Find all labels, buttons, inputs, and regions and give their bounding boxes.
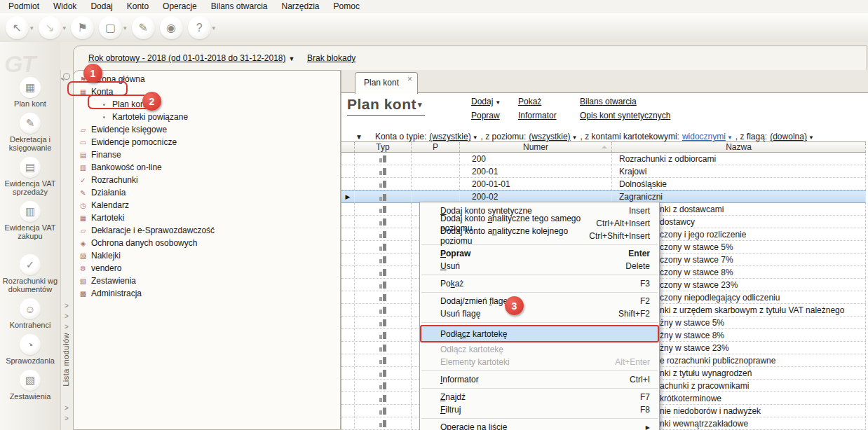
table-row[interactable]: 200Rozrachunki z odbiorcami bbox=[341, 153, 866, 165]
modules-strip[interactable]: > > > Lista modułów > > bbox=[60, 70, 73, 430]
filter-dropdown-wszystkie[interactable]: (wszystkie)▼ bbox=[429, 132, 477, 141]
filter-dropdown-icon[interactable]: ▼ bbox=[355, 133, 362, 141]
fiscal-year-link[interactable]: Rok obrotowy - 2018 (od 01-01-2018 do 31… bbox=[88, 53, 294, 63]
context-menu-item-znajdź[interactable]: ZnajdźF7 bbox=[420, 391, 659, 403]
column-header-typ[interactable]: Typ bbox=[355, 142, 412, 152]
tab-plan-kont[interactable]: Plan kont × bbox=[355, 72, 418, 94]
page-title[interactable]: Plan kont▾ bbox=[347, 96, 425, 116]
tree-item-vendero[interactable]: ⚙vendero bbox=[74, 262, 340, 275]
tree-item-strona-główna[interactable]: ⚑Strona główna bbox=[74, 73, 340, 85]
chevron-down-icon[interactable]: ▾ bbox=[212, 25, 216, 32]
sidebar-module-ewidencja-vat-zakupu[interactable]: ▥Ewidencja VAT zakupu bbox=[1, 201, 60, 240]
numer-cell: 200-01-01 bbox=[460, 178, 612, 190]
column-header-numer[interactable]: Numer bbox=[460, 142, 612, 152]
context-menu-item-informator[interactable]: InformatorCtrl+I bbox=[420, 373, 659, 386]
tree-item-bankowość-on-line[interactable]: ▥Bankowość on-line bbox=[74, 161, 340, 174]
toolbar-button-flag[interactable]: ⚑ bbox=[71, 16, 94, 39]
tree-item-konta[interactable]: ▦Konta bbox=[74, 85, 340, 98]
toolbar-button-edit-document[interactable]: ✎ bbox=[132, 16, 155, 39]
chevron-down-icon[interactable]: ▾ bbox=[123, 25, 127, 32]
link-popraw[interactable]: Popraw bbox=[471, 111, 501, 120]
menu-pomoc[interactable]: Pomoc bbox=[327, 0, 367, 13]
context-menu-item-filtruj[interactable]: FiltrujF8 bbox=[420, 403, 659, 416]
tree-item-ewidencje-księgowe[interactable]: ▱Ewidencje księgowe bbox=[74, 123, 340, 136]
tree-item-rozrachunki[interactable]: ✓Rozrachunki bbox=[74, 174, 340, 186]
posting-icon: ✎ bbox=[20, 113, 41, 134]
filter-dropdown-dowolna[interactable]: (dowolna)▼ bbox=[770, 132, 814, 141]
filter-dropdown-widocznymi[interactable]: widocznymi▼ bbox=[682, 132, 733, 141]
row-selector-cell bbox=[341, 203, 355, 215]
typ-cell bbox=[355, 203, 412, 215]
link-dodaj[interactable]: Dodaj▼ bbox=[471, 97, 501, 106]
menu-item-label: Elementy kartoteki bbox=[440, 357, 615, 367]
toolbar-button-help[interactable]: ?▾ bbox=[188, 16, 216, 39]
menu-item-shortcut: F3 bbox=[640, 279, 650, 289]
tree-item-naklejki[interactable]: ▨Naklejki bbox=[74, 249, 340, 262]
tree-item-kartoteki[interactable]: ▦Kartoteki bbox=[74, 211, 340, 224]
account-type-icon bbox=[379, 281, 386, 289]
nazwa-cell: Zagraniczni bbox=[612, 191, 866, 202]
menu-operacje[interactable]: Operacje bbox=[156, 0, 204, 13]
tree-item-kalendarz[interactable]: ◷Kalendarz bbox=[74, 199, 340, 211]
link-informator[interactable]: Informator bbox=[518, 111, 557, 120]
table-row[interactable]: 200-01-01Dolnośląskie bbox=[341, 178, 866, 190]
sidebar-module-kontrahenci[interactable]: ☺Kontrahenci bbox=[1, 298, 60, 329]
statements-icon: ▧ bbox=[20, 370, 41, 391]
chevron-down-icon[interactable]: ▾ bbox=[30, 25, 34, 32]
column-header-selector[interactable] bbox=[341, 142, 355, 152]
sidebar-module-plan-kont[interactable]: ▦Plan kont bbox=[1, 77, 60, 108]
context-menu-item-pokaż[interactable]: PokażF3 bbox=[420, 277, 659, 290]
sidebar-module-dekretacja-i-księgowanie[interactable]: ✎Dekretacja i księgowanie bbox=[1, 113, 60, 152]
row-selector-cell bbox=[341, 304, 355, 316]
tree-item-działania[interactable]: ✎Działania bbox=[74, 186, 340, 199]
menu-bilans-otwarcia[interactable]: Bilans otwarcia bbox=[204, 0, 275, 13]
tree-item-plan-kont[interactable]: •Plan kont bbox=[74, 98, 340, 111]
tree-item-zestawienia[interactable]: ▧Zestawienia bbox=[74, 275, 340, 287]
sidebar-module-rozrachunki-wg-dokumentów[interactable]: ✓Rozrachunki wg dokumentów bbox=[1, 254, 60, 293]
toolbar-button-cursor-arrow[interactable]: ↖▾ bbox=[6, 16, 34, 39]
tree-item-kartoteki-powiązane[interactable]: •Kartoteki powiązane bbox=[74, 111, 340, 123]
row-selector-cell bbox=[341, 417, 355, 429]
typ-cell bbox=[355, 304, 412, 316]
column-header-p[interactable]: P bbox=[412, 142, 460, 152]
module-label: Ewidencja VAT zakupu bbox=[1, 223, 60, 240]
sidebar-module-sprawozdania[interactable]: ◔Sprawozdania bbox=[1, 334, 60, 365]
sidebar-module-ewidencja-vat-sprzedaży[interactable]: ▤Ewidencja VAT sprzedaży bbox=[1, 157, 60, 196]
menu-separator bbox=[421, 292, 658, 293]
link-pokaż[interactable]: Pokaż bbox=[518, 97, 557, 106]
menu-dodaj[interactable]: Dodaj bbox=[83, 0, 119, 13]
tree-item-administracja[interactable]: ▩Administracja bbox=[74, 287, 340, 300]
context-menu-item-popraw[interactable]: PoprawEnter bbox=[420, 247, 659, 260]
context-menu-item-usuń-flagę[interactable]: Usuń flagęShift+F2 bbox=[420, 307, 659, 320]
toolbar-button-stamp[interactable]: ◉ bbox=[160, 16, 183, 39]
menu-widok[interactable]: Widok bbox=[46, 0, 83, 13]
context-menu-item-podłącz-kartotekę[interactable]: Podłącz kartotekę bbox=[420, 325, 659, 342]
reports-icon: ◔ bbox=[20, 334, 41, 355]
table-row[interactable]: 200-01Krajowi bbox=[341, 165, 866, 178]
tree-item-ewidencje-pomocnicze[interactable]: ▭Ewidencje pomocnicze bbox=[74, 136, 340, 148]
menu-separator bbox=[421, 370, 658, 371]
context-menu-item-dodaj-zmień-flagę[interactable]: Dodaj/zmień flagęF2 bbox=[420, 295, 659, 307]
close-icon[interactable]: × bbox=[407, 75, 412, 83]
menu-narzędzia[interactable]: Narzędzia bbox=[275, 0, 327, 13]
numer-cell: 200-02 bbox=[460, 191, 612, 202]
toolbar-button-new-document[interactable]: ▢▾ bbox=[99, 16, 127, 39]
tree-item-deklaracje-i-e-sprawozdawczość[interactable]: ▱Deklaracje i e-Sprawozdawczość bbox=[74, 224, 340, 237]
context-menu-item-dodaj-konto-analityczne-kolejnego-poziomu[interactable]: Dodaj konto analityczne kolejnego poziom… bbox=[420, 230, 659, 242]
sidebar-module-zestawienia[interactable]: ▧Zestawienia bbox=[1, 370, 60, 401]
context-menu-item-operacje-na-liście[interactable]: Operacje na liście▶ bbox=[420, 421, 659, 430]
chevron-down-icon: ▼ bbox=[808, 134, 814, 141]
link-bilans-otwarcia[interactable]: Bilans otwarcia bbox=[580, 97, 670, 106]
lock-status-link[interactable]: Brak blokady bbox=[307, 53, 355, 63]
tree-item-ochrona-danych-osobowych[interactable]: ◈Ochrona danych osobowych bbox=[74, 237, 340, 249]
column-header-nazwa[interactable]: Nazwa bbox=[612, 142, 866, 152]
tree-item-finanse[interactable]: ▤Finanse bbox=[74, 148, 340, 161]
link-opis-kont-syntetycznych[interactable]: Opis kont syntetycznych bbox=[580, 111, 670, 120]
menu-item-label: Informator bbox=[440, 375, 630, 384]
context-menu: Dodaj konto syntetyczneInsertDodaj konto… bbox=[419, 202, 660, 430]
context-menu-item-usuń[interactable]: UsuńDelete bbox=[420, 260, 659, 272]
menu-podmiot[interactable]: Podmiot bbox=[1, 0, 46, 13]
chevron-down-icon[interactable]: ▾ bbox=[63, 25, 67, 32]
filter-dropdown-wszystkie[interactable]: (wszystkie)▼ bbox=[529, 132, 577, 141]
menu-konto[interactable]: Konto bbox=[120, 0, 156, 13]
